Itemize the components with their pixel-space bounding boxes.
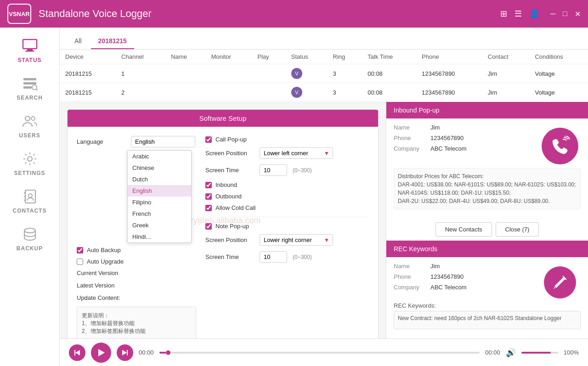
svg-rect-11 [25, 190, 35, 203]
cell-talktime: 00:08 [362, 83, 416, 102]
skip-forward-button[interactable] [117, 344, 133, 361]
progress-fill [159, 352, 166, 354]
col-device: Device [60, 50, 116, 64]
lang-option-english[interactable]: English [128, 185, 191, 197]
svg-point-13 [24, 228, 35, 233]
top-bar: VSNAR Standalone Voice Logger ⊞ ☰ 👤 ─ □ … [0, 0, 588, 28]
svg-rect-0 [23, 39, 37, 49]
grid-icon[interactable]: ⊞ [500, 9, 507, 19]
language-select-wrap: Arabic Chinese Dutch English Filipino Fr… [131, 136, 195, 147]
lang-option-arabic[interactable]: Arabic [128, 151, 191, 162]
auto-backup-checkbox[interactable] [77, 247, 83, 253]
sidebar-item-settings[interactable]: SETTINGS [0, 144, 59, 182]
lang-option-greek[interactable]: Greek [128, 220, 191, 231]
sidebar-item-backup[interactable]: BACKUP [0, 220, 59, 257]
cell-device: 20181215 [60, 83, 116, 102]
inbound-popup-body: Name Jim Phone 1234567890 Company ABC Te… [386, 118, 588, 219]
cell-contact: Jim [482, 83, 530, 102]
volume-icon[interactable]: 🔊 [506, 348, 516, 358]
lang-option-filipino[interactable]: Filipino [128, 197, 191, 208]
call-screen-position-label: Screen Position [205, 150, 256, 157]
lang-option-hindi[interactable]: Hindi... [128, 231, 191, 242]
col-status: Status [286, 50, 328, 64]
note-screen-position-select-wrap: Lower left corner Lower right corner Upp… [260, 234, 333, 246]
auto-upgrade-checkbox[interactable] [77, 259, 83, 265]
update-content-text: 更新说明： 1、增加标题替换功能 2、增加标签图标替换功能 [82, 312, 146, 334]
lang-option-dutch[interactable]: Dutch [128, 174, 191, 185]
cell-ring: 3 [328, 83, 362, 102]
update-content-row: Update Content: [77, 294, 196, 301]
allow-cold-call-checkbox[interactable] [205, 205, 212, 211]
inbound-company-value: ABC Telecom [430, 145, 467, 152]
settings-icon [19, 150, 40, 168]
inbound-close-button[interactable]: Close (7) [496, 222, 539, 236]
sidebar-item-status-label: STATUS [17, 57, 41, 63]
sidebar-item-status[interactable]: STATUS [0, 31, 59, 69]
rec-keywords-body: Name Jim Phone 1234567890 Company ABC Te… [386, 257, 588, 335]
sidebar-item-contacts-label: CONTACTS [13, 208, 47, 214]
call-screen-position-select[interactable]: Lower left corner Lower right corner Upp… [260, 147, 333, 159]
sidebar-item-search-label: SEARCH [17, 95, 43, 101]
list-icon[interactable]: ☰ [514, 9, 522, 19]
minimize-icon[interactable]: ─ [550, 10, 555, 18]
svg-rect-14 [74, 350, 75, 355]
close-icon[interactable]: ✕ [575, 10, 581, 18]
cell-monitor [206, 83, 252, 102]
language-label: Language [77, 138, 127, 145]
note-screen-time-input[interactable] [260, 251, 287, 263]
svg-marker-15 [75, 350, 80, 355]
rec-info-row: Name Jim Phone 1234567890 Company ABC Te… [394, 263, 581, 298]
call-screen-time-row: Screen Time (0~300) [205, 164, 369, 176]
inbound-row: Inbound [205, 181, 369, 188]
svg-point-9 [31, 117, 35, 120]
main-area: STATUS SEARCH [0, 28, 588, 366]
sidebar-item-search[interactable]: SEARCH [0, 69, 59, 107]
svg-point-12 [28, 194, 32, 197]
outbound-label: Outbound [215, 193, 242, 200]
svg-rect-1 [27, 49, 33, 51]
call-popup-row: Call Pop-up [205, 136, 369, 143]
note-popup-checkbox[interactable] [205, 223, 212, 230]
svg-point-8 [25, 116, 30, 121]
maximize-icon[interactable]: □ [563, 10, 567, 18]
svg-point-10 [28, 157, 32, 161]
sidebar-item-users[interactable]: USERS [0, 107, 59, 144]
call-popup-checkbox[interactable] [205, 136, 212, 143]
skip-back-button[interactable] [69, 344, 85, 361]
note-screen-position-label: Screen Position [205, 236, 256, 243]
sidebar-item-contacts[interactable]: CONTACTS [0, 182, 59, 220]
outbound-checkbox[interactable] [205, 193, 212, 200]
tab-20181215[interactable]: 20181215 [91, 34, 134, 49]
language-select[interactable]: Arabic Chinese Dutch English Filipino Fr… [131, 136, 195, 147]
progress-track[interactable] [159, 352, 480, 354]
play-button[interactable] [91, 343, 111, 363]
lang-option-chinese[interactable]: Chinese [128, 162, 191, 174]
col-phone: Phone [416, 50, 482, 64]
volume-track[interactable] [521, 352, 558, 354]
rec-keywords-label: REC Keywords: [394, 302, 581, 309]
svg-marker-16 [98, 349, 105, 356]
current-version-label: Current Version [77, 270, 127, 276]
content-area: All 20181215 Device Channel Name Monitor… [60, 28, 588, 366]
lang-option-french[interactable]: French [128, 208, 191, 220]
tab-all[interactable]: All [67, 34, 89, 49]
cell-conditions: Voltage [529, 64, 588, 83]
software-setup-dialog: Software Setup Language Arabic Chinese [67, 109, 379, 338]
call-screen-position-row: Screen Position Lower left corner Lower … [205, 147, 369, 159]
call-screen-time-input[interactable] [260, 164, 287, 176]
monitor-icon [19, 37, 40, 55]
inbound-checkbox[interactable] [205, 182, 212, 188]
rec-name-value: Jim [430, 263, 440, 270]
right-panel: Inbound Pop-up Name Jim Phone 12345678 [386, 102, 588, 338]
viber-icon: V [291, 87, 302, 98]
note-screen-position-select[interactable]: Lower left corner Lower right corner Upp… [260, 234, 333, 246]
users-icon [19, 112, 40, 130]
inbound-info-text: Distributor Prices for ABC Telecom: DAR-… [394, 168, 581, 209]
new-contacts-button[interactable]: New Contacts [435, 222, 492, 236]
user-icon[interactable]: 👤 [529, 9, 539, 19]
call-popup-label: Call Pop-up [215, 136, 247, 143]
current-time: 00:00 [139, 349, 154, 356]
cell-status: V [286, 83, 328, 102]
col-conditions: Conditions [529, 50, 588, 64]
svg-rect-5 [23, 86, 32, 89]
